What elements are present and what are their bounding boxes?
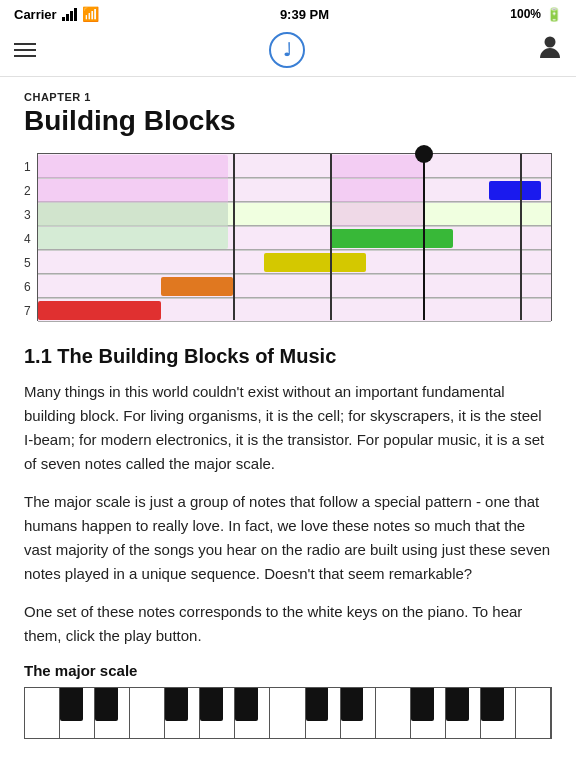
status-left: Carrier 📶 [14,6,99,22]
playhead-line [423,154,425,320]
wifi-icon: 📶 [82,6,99,22]
main-content: CHAPTER 1 Building Blocks 7 6 5 4 3 2 1 [0,77,576,759]
white-key-13[interactable] [481,688,516,739]
note-blue [489,181,540,200]
note-wide-pink-mid [330,155,422,226]
piano-roll-grid[interactable] [37,153,552,321]
paragraph-2: The major scale is just a group of notes… [24,490,552,586]
row-label-2: 2 [24,179,33,203]
white-key-12[interactable] [446,688,481,739]
chapter-title: Building Blocks [24,105,552,137]
subheading: The major scale [24,662,552,679]
paragraph-3: One set of these notes corresponds to th… [24,600,552,648]
white-key-0[interactable] [25,688,60,739]
white-key-9[interactable] [341,688,376,739]
piano-roll-container: 7 6 5 4 3 2 1 [24,153,552,325]
h-line-3 [38,226,551,227]
piano-roll: 7 6 5 4 3 2 1 [24,153,552,325]
nav-bar: ♩ [0,26,576,77]
white-key-8[interactable] [306,688,341,739]
section-heading: 1.1 The Building Blocks of Music [24,345,552,368]
note-row2-orange [161,277,233,296]
logo-icon: ♩ [283,39,291,61]
note-row3-yellow [264,253,367,272]
row-label-7: 7 [24,299,33,323]
playhead-circle [415,145,433,163]
battery-label: 100% [510,7,541,21]
signal-icon [62,8,77,21]
white-key-3[interactable] [130,688,165,739]
svg-point-0 [545,37,556,48]
chapter-label: CHAPTER 1 [24,91,552,103]
piano-keyboard[interactable] [24,687,552,739]
white-key-7[interactable] [270,688,305,739]
h-line-4 [38,250,551,251]
h-line-6 [38,298,551,299]
grid-row-2 [38,274,551,298]
h-line-1 [38,178,551,179]
user-profile-button[interactable] [538,34,562,66]
white-keys [25,688,551,739]
white-key-1[interactable] [60,688,95,739]
white-key-11[interactable] [411,688,446,739]
status-right: 100% 🔋 [510,7,562,22]
measure-line-4 [520,154,522,320]
menu-button[interactable] [14,43,36,57]
battery-icon: 🔋 [546,7,562,22]
app-logo[interactable]: ♩ [269,32,305,68]
row-label-5: 5 [24,251,33,275]
white-key-14[interactable] [516,688,551,739]
note-row1-red [38,301,161,320]
carrier-label: Carrier [14,7,57,22]
h-line-5 [38,274,551,275]
white-key-4[interactable] [165,688,200,739]
row-label-3: 3 [24,203,33,227]
white-key-5[interactable] [200,688,235,739]
white-key-6[interactable] [235,688,270,739]
row-label-6: 6 [24,275,33,299]
h-line-2 [38,202,551,203]
white-key-2[interactable] [95,688,130,739]
measure-line-2 [330,154,332,320]
row-label-4: 4 [24,227,33,251]
measure-line-1 [233,154,235,320]
note-row4-green [330,229,453,248]
status-bar: Carrier 📶 9:39 PM 100% 🔋 [0,0,576,26]
paragraph-1: Many things in this world couldn't exist… [24,380,552,476]
white-key-10[interactable] [376,688,411,739]
row-label-1: 1 [24,155,33,179]
row-labels: 7 6 5 4 3 2 1 [24,153,33,325]
status-time: 9:39 PM [280,7,329,22]
